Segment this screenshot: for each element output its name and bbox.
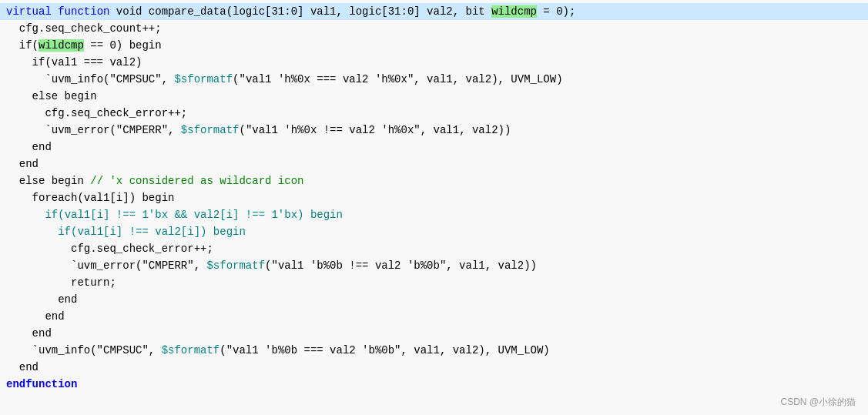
keyword-function: function	[58, 5, 109, 18]
code-line-8: `uvm_error("CMPERR", $sformatf("val1 'h%…	[0, 122, 868, 139]
wildcmp-highlight-1: wildcmp	[491, 5, 537, 18]
code-line-23: endfunction	[0, 376, 868, 393]
code-line-6: else begin	[0, 88, 868, 105]
code-line-3: if(wildcmp == 0) begin	[0, 37, 868, 54]
keyword-virtual: virtual	[6, 5, 58, 18]
code-line-2: cfg.seq_check_count++;	[0, 20, 868, 37]
code-line-7: cfg.seq_check_error++;	[0, 105, 868, 122]
code-line-1: virtual function void compare_data(logic…	[0, 3, 868, 20]
code-line-21: `uvm_info("CMPSUC", $sformatf("val1 'b%0…	[0, 342, 868, 359]
code-line-19: end	[0, 308, 868, 325]
code-line-5: `uvm_info("CMPSUC", $sformatf("val1 'h%0…	[0, 71, 868, 88]
code-line-14: if(val1[i] !== val2[i]) begin	[0, 223, 868, 240]
code-line-11: else begin // 'x considered as wildcard …	[0, 172, 868, 189]
code-line-15: cfg.seq_check_error++;	[0, 240, 868, 257]
code-line-18: end	[0, 291, 868, 308]
code-line-17: return;	[0, 274, 868, 291]
code-line-10: end	[0, 156, 868, 172]
code-line-20: end	[0, 325, 868, 342]
code-line-22: end	[0, 359, 868, 376]
code-container: virtual function void compare_data(logic…	[0, 0, 868, 415]
code-line-16: `uvm_error("CMPERR", $sformatf("val1 'b%…	[0, 257, 868, 274]
footer-watermark: CSDN @小徐的猫	[780, 396, 856, 409]
wildcmp-highlight-2: wildcmp	[39, 39, 84, 52]
code-line-9: end	[0, 139, 868, 156]
code-line-12: foreach(val1[i]) begin	[0, 189, 868, 206]
code-line-13: if(val1[i] !== 1'bx && val2[i] !== 1'bx)…	[0, 206, 868, 223]
code-line-4: if(val1 === val2)	[0, 54, 868, 71]
